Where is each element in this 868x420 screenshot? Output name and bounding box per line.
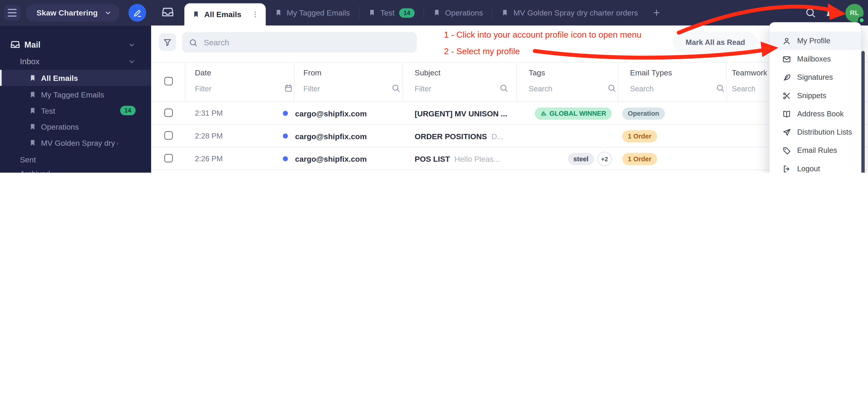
tag-pill[interactable]: steel bbox=[568, 152, 594, 165]
menu-item-signatures[interactable]: Signatures bbox=[770, 68, 861, 86]
email-preview: Hello Pleas... bbox=[455, 154, 500, 163]
tag-icon bbox=[782, 146, 791, 155]
sidebar-item-operations[interactable]: Operations bbox=[0, 119, 151, 135]
email-time: 2:25 PM bbox=[195, 170, 223, 173]
menu-item-logout[interactable]: Logout bbox=[770, 160, 861, 173]
search-icon[interactable] bbox=[392, 84, 400, 92]
tab-all-emails[interactable]: All Emails bbox=[184, 3, 266, 26]
email-row[interactable]: 2:28 PMcargo@shipfix.comORDER POSITIONSD… bbox=[151, 124, 868, 147]
hamburger-menu-icon[interactable] bbox=[4, 5, 21, 21]
tab-options-icon[interactable] bbox=[251, 10, 259, 18]
tab-label: Test bbox=[380, 8, 394, 17]
column-header-tags: Tags bbox=[529, 68, 545, 77]
email-row[interactable]: 2:31 PMcargo@shipfix.com[URGENT] MV UNIS… bbox=[151, 101, 868, 124]
org-switcher[interactable]: Skaw Chartering bbox=[26, 4, 120, 22]
email-tags bbox=[514, 170, 612, 173]
column-border bbox=[294, 63, 294, 101]
sidebar-item-archived[interactable]: Archived bbox=[0, 165, 151, 173]
list-scrollbar[interactable] bbox=[861, 51, 865, 173]
sidebar-inbox[interactable]: Inbox bbox=[0, 53, 151, 69]
tab-label: All Emails bbox=[205, 10, 242, 19]
search-icon[interactable] bbox=[805, 7, 816, 19]
filter-funnel-button[interactable] bbox=[159, 33, 176, 51]
menu-item-label: Snippets bbox=[797, 91, 826, 100]
column-border bbox=[402, 63, 403, 101]
column-filter-input[interactable]: Filter bbox=[303, 85, 320, 93]
bookmark-icon bbox=[29, 123, 36, 131]
tab-my-tagged-emails[interactable]: My Tagged Emails bbox=[266, 0, 359, 26]
logout-icon bbox=[782, 164, 791, 173]
mark-all-as-read-button[interactable]: Mark All as Read bbox=[674, 32, 757, 53]
column-filter-input[interactable]: Search bbox=[529, 85, 552, 93]
bookmark-icon bbox=[501, 9, 509, 17]
sidebar: MailInboxAll EmailsMy Tagged EmailsTest1… bbox=[0, 26, 151, 173]
tag-pill[interactable]: GLOBAL WINNER bbox=[535, 107, 612, 119]
tab-mv-golden-spray-dry-charter-orders[interactable]: MV Golden Spray dry charter orders bbox=[493, 0, 647, 26]
column-filter-input[interactable]: Search bbox=[732, 85, 755, 93]
inbox-tray-icon[interactable] bbox=[161, 5, 176, 20]
tab-operations[interactable]: Operations bbox=[424, 0, 492, 26]
column-filter-input[interactable]: Filter bbox=[415, 85, 431, 93]
email-type-pill[interactable]: 1 Order bbox=[622, 130, 657, 142]
pencil-icon bbox=[133, 8, 142, 17]
menu-item-label: My Profile bbox=[797, 37, 831, 45]
email-type-pills: 1 Order bbox=[622, 124, 657, 147]
email-row[interactable]: 2:26 PMcargo@shipfix.comPOS LISTHello Pl… bbox=[151, 147, 868, 170]
profile-avatar[interactable]: RL bbox=[845, 4, 863, 22]
sidebar-item-all-emails[interactable]: All Emails bbox=[0, 70, 151, 86]
email-type-pill[interactable]: Operation bbox=[622, 107, 665, 119]
email-type-pills: Undeliverable bbox=[622, 170, 677, 173]
email-subject: ORDER POSITIONSD... bbox=[415, 124, 520, 147]
tab-test[interactable]: Test14 bbox=[359, 0, 424, 26]
row-checkbox[interactable] bbox=[164, 109, 173, 117]
email-row[interactable]: 2:25 PM3cargo, Manuel, MicrosoftUndelive… bbox=[151, 169, 868, 173]
sidebar-section-mail[interactable]: Mail bbox=[0, 37, 151, 53]
email-tags bbox=[514, 124, 612, 147]
search-icon[interactable] bbox=[607, 84, 616, 92]
search-input[interactable] bbox=[203, 37, 410, 47]
tab-label: MV Golden Spray dry charter orders bbox=[514, 8, 638, 17]
menu-item-my-profile[interactable]: My Profile bbox=[770, 32, 861, 50]
menu-item-email-rules[interactable]: Email Rules bbox=[770, 141, 861, 160]
email-tabs: All EmailsMy Tagged EmailsTest14Operatio… bbox=[184, 0, 667, 26]
column-filter-input[interactable]: Filter bbox=[195, 85, 211, 93]
email-tags: GLOBAL WINNER bbox=[514, 102, 612, 125]
select-all-checkbox[interactable] bbox=[164, 77, 173, 85]
email-type-pills: Operation bbox=[622, 102, 665, 125]
menu-item-label: Logout bbox=[797, 164, 820, 173]
column-border bbox=[517, 63, 517, 101]
email-type-pill[interactable]: 1 Order bbox=[622, 152, 657, 165]
paper-plane-icon bbox=[782, 128, 791, 137]
calendar-icon[interactable] bbox=[284, 84, 293, 92]
email-preview: D... bbox=[491, 132, 503, 141]
menu-item-mailboxes[interactable]: Mailboxes bbox=[770, 50, 861, 68]
column-header-from: From bbox=[303, 68, 321, 77]
sidebar-item-mv-golden-spray-dry-c-[interactable]: MV Golden Spray dry c... bbox=[0, 135, 151, 151]
email-tags: steel+2 bbox=[514, 147, 612, 170]
sidebar-item-my-tagged-emails[interactable]: My Tagged Emails bbox=[0, 86, 151, 103]
bookmark-icon bbox=[29, 107, 36, 114]
menu-item-snippets[interactable]: Snippets bbox=[770, 86, 861, 105]
chevron-down-icon bbox=[104, 9, 112, 17]
new-tab-button[interactable] bbox=[647, 8, 667, 17]
menu-item-address-book[interactable]: Address Book bbox=[770, 105, 861, 123]
bell-icon[interactable] bbox=[825, 7, 836, 19]
search-icon bbox=[189, 38, 197, 47]
search-icon[interactable] bbox=[499, 84, 508, 92]
quill-icon bbox=[782, 73, 791, 82]
more-tags-badge[interactable]: +2 bbox=[597, 151, 612, 166]
column-filter-input[interactable]: Search bbox=[630, 85, 654, 93]
bookmark-icon bbox=[275, 9, 282, 17]
row-checkbox[interactable] bbox=[164, 132, 173, 140]
compose-button[interactable] bbox=[128, 4, 146, 22]
row-checkbox[interactable] bbox=[164, 154, 173, 162]
email-type-pills: 1 Order bbox=[622, 147, 657, 170]
person-icon bbox=[782, 36, 791, 45]
column-header-subject: Subject bbox=[415, 68, 441, 77]
email-from: cargo@shipfix.com bbox=[295, 102, 406, 125]
menu-item-distribution-lists[interactable]: Distribution Lists bbox=[770, 123, 861, 141]
menu-item-label: Email Rules bbox=[797, 146, 837, 155]
sidebar-item-test[interactable]: Test14 bbox=[0, 103, 151, 119]
email-time: 2:31 PM bbox=[195, 102, 223, 125]
search-icon[interactable] bbox=[716, 84, 724, 92]
